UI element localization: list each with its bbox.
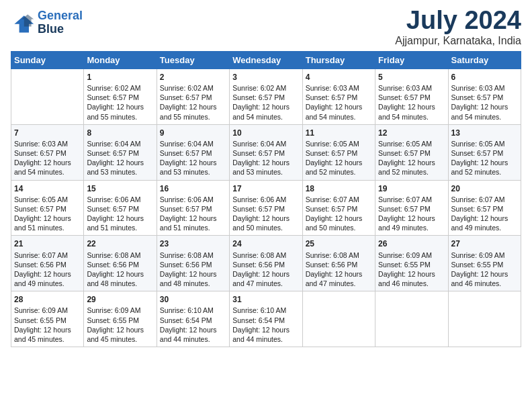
week-row-2: 7Sunrise: 6:03 AMSunset: 6:57 PMDaylight… — [11, 124, 521, 180]
day-number: 29 — [87, 294, 153, 305]
calendar-cell: 4Sunrise: 6:03 AMSunset: 6:57 PMDaylight… — [302, 68, 375, 124]
calendar-cell: 25Sunrise: 6:08 AMSunset: 6:56 PMDayligh… — [302, 236, 375, 291]
daylight-text: Daylight: 12 hours and 48 minutes. — [87, 269, 153, 288]
calendar-cell: 30Sunrise: 6:10 AMSunset: 6:54 PMDayligh… — [157, 291, 229, 347]
calendar-cell: 8Sunrise: 6:04 AMSunset: 6:57 PMDaylight… — [84, 124, 157, 180]
sunset-text: Sunset: 6:56 PM — [160, 260, 226, 269]
day-number: 11 — [306, 128, 372, 138]
sunset-text: Sunset: 6:55 PM — [451, 260, 518, 269]
daylight-text: Daylight: 12 hours and 51 minutes. — [14, 214, 81, 232]
daylight-text: Daylight: 12 hours and 55 minutes. — [160, 102, 226, 121]
calendar-cell: 31Sunrise: 6:10 AMSunset: 6:54 PMDayligh… — [230, 291, 302, 347]
calendar-cell: 13Sunrise: 6:05 AMSunset: 6:57 PMDayligh… — [448, 124, 521, 180]
col-header-wednesday: Wednesday — [230, 51, 302, 68]
day-number: 6 — [451, 72, 518, 83]
daylight-text: Daylight: 12 hours and 53 minutes. — [87, 158, 153, 177]
calendar-cell: 3Sunrise: 6:02 AMSunset: 6:57 PMDaylight… — [230, 68, 302, 124]
daylight-text: Daylight: 12 hours and 48 minutes. — [160, 269, 226, 288]
daylight-text: Daylight: 12 hours and 44 minutes. — [232, 325, 299, 344]
day-number: 19 — [378, 183, 445, 194]
sunrise-text: Sunrise: 6:05 AM — [451, 139, 518, 148]
day-number: 10 — [232, 128, 299, 138]
daylight-text: Daylight: 12 hours and 51 minutes. — [87, 214, 153, 232]
sunset-text: Sunset: 6:57 PM — [160, 204, 226, 214]
sunrise-text: Sunrise: 6:05 AM — [378, 139, 445, 148]
sub-title: Ajjampur, Karnataka, India — [395, 35, 521, 47]
col-header-friday: Friday — [375, 51, 448, 68]
daylight-text: Daylight: 12 hours and 47 minutes. — [232, 269, 299, 288]
day-number: 27 — [451, 238, 518, 249]
calendar-cell — [448, 291, 521, 347]
day-number: 17 — [232, 183, 299, 194]
sunset-text: Sunset: 6:57 PM — [451, 204, 518, 214]
sunset-text: Sunset: 6:57 PM — [160, 148, 226, 158]
sunset-text: Sunset: 6:55 PM — [14, 316, 81, 325]
calendar-cell — [375, 291, 448, 347]
sunset-text: Sunset: 6:57 PM — [378, 93, 445, 102]
sunset-text: Sunset: 6:54 PM — [160, 316, 226, 325]
calendar-cell: 27Sunrise: 6:09 AMSunset: 6:55 PMDayligh… — [448, 236, 521, 291]
sunset-text: Sunset: 6:57 PM — [451, 148, 518, 158]
sunrise-text: Sunrise: 6:09 AM — [87, 306, 153, 315]
sunrise-text: Sunrise: 6:10 AM — [232, 306, 299, 315]
daylight-text: Daylight: 12 hours and 53 minutes. — [160, 158, 226, 177]
sunrise-text: Sunrise: 6:06 AM — [87, 195, 153, 204]
sunset-text: Sunset: 6:57 PM — [14, 148, 81, 158]
sunset-text: Sunset: 6:57 PM — [232, 148, 299, 158]
daylight-text: Daylight: 12 hours and 55 minutes. — [87, 102, 153, 121]
sunset-text: Sunset: 6:57 PM — [232, 204, 299, 214]
sunset-text: Sunset: 6:57 PM — [306, 148, 372, 158]
day-number: 16 — [160, 183, 226, 194]
week-row-4: 21Sunrise: 6:07 AMSunset: 6:56 PMDayligh… — [11, 236, 521, 291]
day-number: 5 — [378, 72, 445, 83]
daylight-text: Daylight: 12 hours and 54 minutes. — [451, 102, 518, 121]
day-number: 14 — [14, 183, 81, 194]
daylight-text: Daylight: 12 hours and 45 minutes. — [14, 325, 81, 344]
col-header-monday: Monday — [84, 51, 157, 68]
calendar-cell: 21Sunrise: 6:07 AMSunset: 6:56 PMDayligh… — [11, 236, 84, 291]
calendar-cell: 20Sunrise: 6:07 AMSunset: 6:57 PMDayligh… — [448, 180, 521, 236]
sunset-text: Sunset: 6:56 PM — [87, 260, 153, 269]
daylight-text: Daylight: 12 hours and 52 minutes. — [306, 158, 372, 177]
day-number: 23 — [160, 238, 226, 249]
calendar-cell: 15Sunrise: 6:06 AMSunset: 6:57 PMDayligh… — [84, 180, 157, 236]
calendar-cell: 14Sunrise: 6:05 AMSunset: 6:57 PMDayligh… — [11, 180, 84, 236]
calendar-cell: 28Sunrise: 6:09 AMSunset: 6:55 PMDayligh… — [11, 291, 84, 347]
calendar-cell: 16Sunrise: 6:06 AMSunset: 6:57 PMDayligh… — [157, 180, 229, 236]
sunrise-text: Sunrise: 6:09 AM — [378, 250, 445, 260]
calendar-cell: 6Sunrise: 6:03 AMSunset: 6:57 PMDaylight… — [448, 68, 521, 124]
sunrise-text: Sunrise: 6:03 AM — [14, 139, 81, 148]
sunrise-text: Sunrise: 6:09 AM — [451, 250, 518, 260]
day-number: 12 — [378, 128, 445, 138]
sunset-text: Sunset: 6:57 PM — [451, 93, 518, 102]
sunrise-text: Sunrise: 6:08 AM — [232, 250, 299, 260]
daylight-text: Daylight: 12 hours and 46 minutes. — [378, 269, 445, 288]
daylight-text: Daylight: 12 hours and 47 minutes. — [306, 269, 372, 288]
sunset-text: Sunset: 6:57 PM — [160, 93, 226, 102]
sunrise-text: Sunrise: 6:04 AM — [232, 139, 299, 148]
daylight-text: Daylight: 12 hours and 45 minutes. — [87, 325, 153, 344]
col-header-saturday: Saturday — [448, 51, 521, 68]
sunrise-text: Sunrise: 6:07 AM — [378, 195, 445, 204]
daylight-text: Daylight: 12 hours and 49 minutes. — [378, 214, 445, 232]
sunset-text: Sunset: 6:56 PM — [232, 260, 299, 269]
calendar-cell: 5Sunrise: 6:03 AMSunset: 6:57 PMDaylight… — [375, 68, 448, 124]
col-header-thursday: Thursday — [302, 51, 375, 68]
day-number: 21 — [14, 238, 81, 249]
calendar-cell — [11, 68, 84, 124]
sunset-text: Sunset: 6:57 PM — [232, 93, 299, 102]
calendar-cell: 12Sunrise: 6:05 AMSunset: 6:57 PMDayligh… — [375, 124, 448, 180]
logo-icon — [11, 11, 35, 35]
day-number: 2 — [160, 72, 226, 83]
header: General Blue July 2024 Ajjampur, Karnata… — [11, 7, 521, 47]
day-number: 3 — [232, 72, 299, 83]
sunrise-text: Sunrise: 6:06 AM — [232, 195, 299, 204]
daylight-text: Daylight: 12 hours and 54 minutes. — [378, 102, 445, 121]
sunset-text: Sunset: 6:57 PM — [378, 148, 445, 158]
daylight-text: Daylight: 12 hours and 52 minutes. — [378, 158, 445, 177]
sunset-text: Sunset: 6:57 PM — [87, 204, 153, 214]
day-number: 18 — [306, 183, 372, 194]
calendar-cell: 9Sunrise: 6:04 AMSunset: 6:57 PMDaylight… — [157, 124, 229, 180]
sunset-text: Sunset: 6:57 PM — [306, 204, 372, 214]
day-number: 15 — [87, 183, 153, 194]
